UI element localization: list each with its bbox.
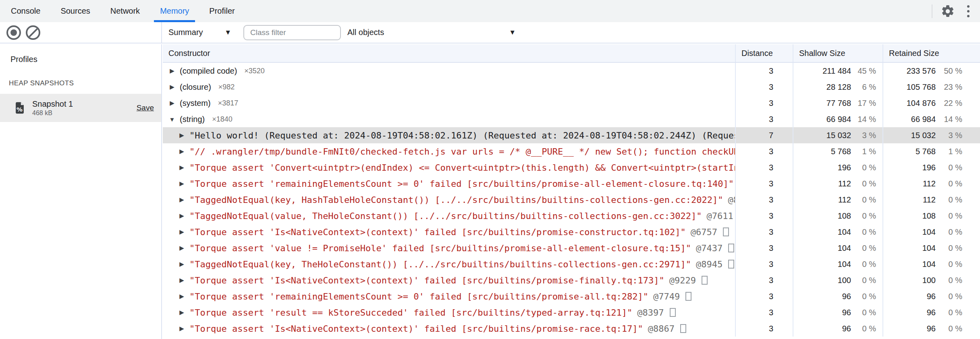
grid-row-string-object[interactable]: ▶"Hello world! (Requested at: 2024-08-19…	[163, 127, 980, 143]
column-header-retained-size[interactable]: Retained Size	[882, 44, 980, 62]
grid-row-string-object[interactable]: ▶"Torque assert 'Is<NativeContext>(conte…	[163, 224, 980, 240]
distance-cell: 7	[735, 127, 793, 143]
grid-row-constructor-group[interactable]: ▶(system)×3817377 76817 %104 87622 %	[163, 95, 980, 111]
shallow-size-percent: 0 %	[851, 260, 876, 269]
retained-size-percent: 0 %	[936, 244, 962, 253]
constructor-name: (closure)	[180, 83, 211, 92]
constructor-cell: ▶"Torque assert 'Is<NativeContext>(conte…	[163, 272, 735, 288]
expand-arrow-icon[interactable]: ▶	[176, 325, 187, 332]
clear-profiles-icon[interactable]	[26, 25, 40, 40]
tab-console[interactable]: Console	[1, 0, 50, 22]
shallow-size-percent: 0 %	[851, 211, 876, 221]
grid-row-string-object[interactable]: ▶"TaggedNotEqual(key, TheHoleConstant())…	[163, 256, 980, 272]
instance-count: ×982	[218, 83, 235, 91]
distance-cell: 3	[735, 304, 793, 320]
grid-row-string-object[interactable]: ▶"Torque assert 'remainingElementsCount …	[163, 176, 980, 192]
expand-arrow-icon[interactable]: ▶	[176, 164, 187, 171]
object-id: @8867	[648, 324, 675, 334]
tab-bar-actions	[932, 4, 980, 19]
retained-size-value: 100	[883, 276, 936, 285]
column-header-distance[interactable]: Distance	[735, 44, 793, 62]
expand-arrow-icon[interactable]: ▶	[176, 293, 187, 300]
grid-row-string-object[interactable]: ▶"Torque assert 'remainingElementsCount …	[163, 288, 980, 304]
settings-gear-icon[interactable]	[941, 4, 955, 19]
expand-arrow-icon[interactable]: ▶	[176, 148, 187, 155]
retained-size-value: 15 032	[883, 131, 936, 140]
shallow-size-cell: 960 %	[793, 304, 882, 320]
retained-size-cell: 1120 %	[882, 176, 980, 192]
tab-profiler[interactable]: Profiler	[199, 0, 245, 22]
distance-cell: 3	[735, 256, 793, 272]
grid-row-string-object[interactable]: ▶"// .wrangler/tmp/bundle-FmNIt0/checked…	[163, 143, 980, 159]
expand-arrow-icon[interactable]: ▶	[176, 244, 187, 252]
shallow-size-value: 96	[793, 292, 851, 301]
grid-row-string-object[interactable]: ▶"Torque assert 'Is<NativeContext>(conte…	[163, 272, 980, 288]
string-value: "Torque assert 'result == kStoreSucceded…	[189, 308, 632, 318]
expand-arrow-icon[interactable]: ▶	[176, 277, 187, 284]
column-header-shallow-size[interactable]: Shallow Size	[793, 44, 882, 62]
constructor-cell: ▶"Torque assert 'value != PromiseHole' f…	[163, 240, 735, 256]
grid-row-string-object[interactable]: ▶"Torque assert 'Is<NativeContext>(conte…	[163, 320, 980, 337]
retained-size-cell: 1000 %	[882, 272, 980, 288]
retained-size-value: 66 984	[883, 115, 936, 124]
object-id: @7611	[707, 211, 733, 221]
expand-arrow-icon[interactable]: ▶	[167, 99, 177, 107]
grid-row-string-object[interactable]: ▶"TaggedNotEqual(value, TheHoleConstant(…	[163, 208, 980, 224]
grid-row-string-object[interactable]: ▶"Torque assert 'Convert<uintptr>(endInd…	[163, 159, 980, 176]
tab-sources[interactable]: Sources	[50, 0, 100, 22]
grid-row-constructor-group[interactable]: ▼(string)×1840366 98414 %66 98414 %	[163, 111, 980, 127]
heap-snapshots-section-title: HEAP SNAPSHOTS	[0, 79, 161, 87]
shallow-size-percent: 45 %	[851, 66, 876, 76]
missing-glyph-box	[680, 324, 686, 333]
grid-row-constructor-group[interactable]: ▶(closure)×982328 1286 %105 76823 %	[163, 79, 980, 95]
shallow-size-cell: 960 %	[793, 320, 882, 337]
tab-network[interactable]: Network	[100, 0, 150, 22]
perspective-select[interactable]: Summary ▼	[168, 28, 231, 37]
expand-arrow-icon[interactable]: ▶	[167, 67, 177, 74]
expand-arrow-icon[interactable]: ▶	[167, 83, 177, 91]
shallow-size-value: 96	[793, 324, 851, 333]
retained-size-value: 233 576	[883, 66, 936, 76]
expand-arrow-icon[interactable]: ▶	[176, 228, 187, 236]
expand-arrow-icon[interactable]: ▶	[176, 180, 187, 187]
snapshot-size: 468 kB	[32, 110, 73, 117]
expand-arrow-icon[interactable]: ▶	[176, 260, 187, 268]
retained-size-cell: 66 98414 %	[882, 111, 980, 127]
collapse-arrow-icon[interactable]: ▼	[167, 116, 177, 123]
shallow-size-cell: 960 %	[793, 288, 882, 304]
objects-scope-select[interactable]: All objects ▼	[347, 28, 516, 37]
retained-size-percent: 14 %	[936, 115, 962, 124]
grid-row-string-object[interactable]: ▶"Torque assert 'result == kStoreSuccede…	[163, 304, 980, 320]
column-header-constructor[interactable]: Constructor	[163, 44, 735, 62]
expand-arrow-icon[interactable]: ▶	[176, 196, 187, 203]
expand-arrow-icon[interactable]: ▶	[176, 132, 187, 139]
perspective-select-value: Summary	[168, 28, 203, 37]
more-options-kebab-icon[interactable]	[963, 4, 974, 19]
shallow-size-cell: 1040 %	[793, 224, 882, 240]
retained-size-value: 104 876	[883, 99, 936, 108]
constructor-name: (system)	[180, 99, 211, 108]
retained-size-percent: 1 %	[936, 147, 962, 156]
shallow-size-cell: 1120 %	[793, 176, 882, 192]
class-filter-input[interactable]	[243, 25, 341, 40]
missing-glyph-box	[670, 308, 676, 317]
expand-arrow-icon[interactable]: ▶	[176, 212, 187, 219]
retained-size-cell: 960 %	[882, 288, 980, 304]
profiles-sidebar: Profiles HEAP SNAPSHOTS % Snapshot 1 468…	[0, 44, 162, 339]
sidebar-item-snapshot-1[interactable]: % Snapshot 1 468 kB Save	[0, 94, 161, 122]
shallow-size-cell: 1120 %	[793, 192, 882, 208]
expand-arrow-icon[interactable]: ▶	[176, 309, 187, 316]
save-snapshot-link[interactable]: Save	[137, 103, 154, 112]
retained-size-value: 104	[883, 227, 936, 237]
shallow-size-value: 104	[793, 260, 851, 269]
grid-row-constructor-group[interactable]: ▶(compiled code)×35203211 48445 %233 576…	[163, 63, 980, 79]
record-heap-snapshot-icon[interactable]	[6, 25, 21, 40]
instance-count: ×3817	[218, 99, 239, 107]
grid-row-string-object[interactable]: ▶"Torque assert 'value != PromiseHole' f…	[163, 240, 980, 256]
retained-size-percent: 22 %	[936, 99, 962, 108]
object-id: @8945	[696, 259, 723, 269]
toolbar-divider	[932, 4, 932, 18]
retained-size-percent: 0 %	[936, 260, 962, 269]
tab-memory[interactable]: Memory	[150, 0, 199, 22]
grid-row-string-object[interactable]: ▶"TaggedNotEqual(key, HashTableHoleConst…	[163, 192, 980, 208]
